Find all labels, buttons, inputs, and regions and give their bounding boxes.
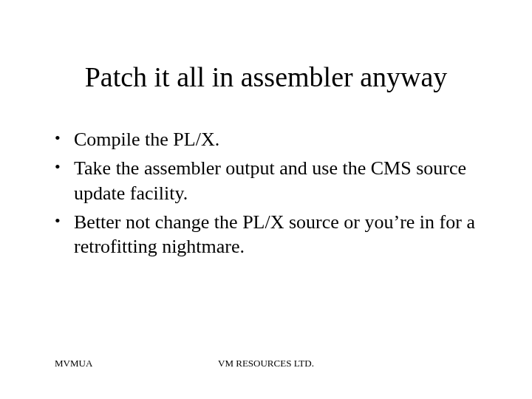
list-item: Compile the PL/X.: [53, 127, 489, 151]
bullet-list: Compile the PL/X. Take the assembler out…: [53, 127, 489, 259]
slide-title: Patch it all in assembler anyway: [0, 61, 532, 93]
slide: Patch it all in assembler anyway Compile…: [0, 0, 532, 399]
list-item: Take the assembler output and use the CM…: [53, 156, 489, 205]
list-item: Better not change the PL/X source or you…: [53, 210, 489, 259]
footer-center: VM RESOURCES LTD.: [0, 358, 532, 369]
slide-body: Compile the PL/X. Take the assembler out…: [53, 127, 489, 263]
